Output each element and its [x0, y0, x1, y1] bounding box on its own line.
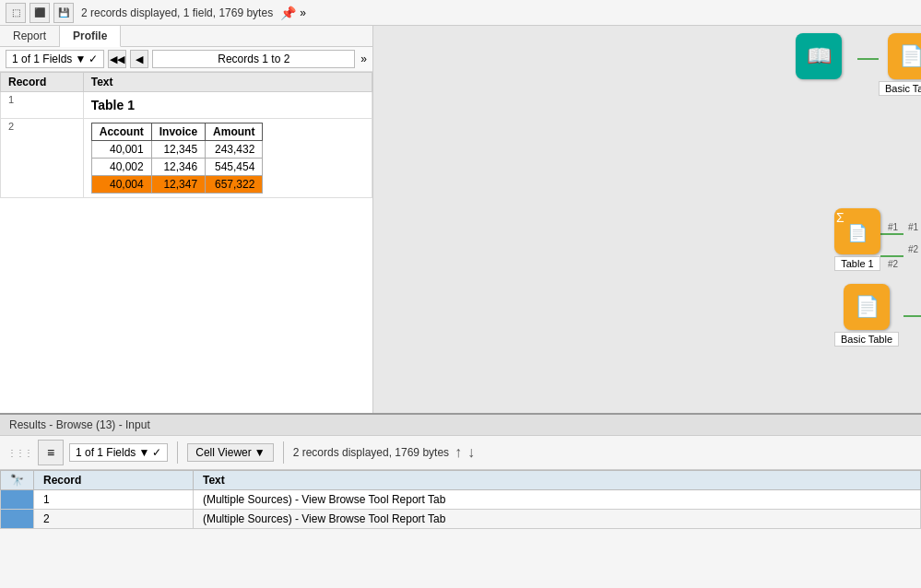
left-panel: Report Profile 1 of 1 Fields ▼ ✓ ◀◀ ◀ Re…: [0, 26, 373, 413]
amount-3: 657,322: [206, 176, 263, 194]
bottom-toolbar: ⋮⋮⋮ ≡ 1 of 1 Fields ▼ ✓ Cell Viewer ▼ 2 …: [0, 436, 921, 470]
bottom-status: 2 records displayed, 1769 bytes: [293, 446, 449, 459]
record-inner-table: Account Invoice Amount 40,001 12,345: [83, 119, 372, 198]
inner-col-amount: Amount: [206, 123, 263, 141]
inner-table-row[interactable]: 40,002 12,346 545,454: [91, 159, 263, 176]
fields-checkmark: ▼: [75, 53, 86, 65]
bottom-col-record: Record: [34, 471, 194, 490]
amount-1: 243,432: [206, 141, 263, 159]
table-title: Table 1: [91, 94, 364, 116]
bottom-table-row[interactable]: 2 (Multiple Sources) - View Browse Tool …: [1, 510, 921, 529]
more-btn[interactable]: »: [360, 53, 367, 65]
bottom-record-2: 2: [34, 510, 194, 529]
inner-col-invoice: Invoice: [151, 123, 205, 141]
right-canvas: #1 #2 #1 #2 📖: [373, 26, 921, 413]
record-num-2: 2: [1, 119, 84, 198]
account-1: 40,001: [91, 141, 151, 159]
bottom-fields-arrow: ▼: [138, 446, 149, 459]
node-book[interactable]: 📖: [796, 33, 842, 79]
canvas-inner: #1 #2 #1 #2 📖: [373, 26, 921, 413]
invoice-2: 12,346: [151, 159, 205, 176]
invoice-1: 12,345: [151, 141, 205, 159]
nav-prev-btn[interactable]: ◀: [130, 50, 148, 68]
fields-label: 1 of 1 Fields: [12, 53, 72, 65]
layout-icon-2[interactable]: ⬛: [30, 3, 50, 23]
layout-icon-3[interactable]: 💾: [53, 3, 74, 23]
bottom-text-2: (Multiple Sources) - View Browse Tool Re…: [193, 510, 920, 529]
node-basic-table-1[interactable]: 📄 Basic Table: [879, 33, 921, 96]
data-table-container: Record Text 1 Table 1 2: [0, 72, 372, 413]
layout-icon-1[interactable]: ⬚: [6, 3, 26, 23]
bottom-text-1: (Multiple Sources) - View Browse Tool Re…: [193, 490, 920, 510]
fields-dropdown[interactable]: 1 of 1 Fields ▼ ✓: [6, 50, 104, 68]
fields-check: ✓: [89, 53, 98, 65]
toolbar-more[interactable]: »: [300, 6, 306, 19]
bottom-header: Results - Browse (13) - Input: [0, 415, 921, 436]
svg-text:#1: #1: [908, 222, 919, 232]
node-sigma-table[interactable]: Σ 📄 Table 1: [834, 208, 880, 271]
table-row[interactable]: 2 Account Invoice Amount: [1, 119, 372, 198]
basic-table-1-label: Basic Table: [879, 81, 921, 96]
bottom-panel: Results - Browse (13) - Input ⋮⋮⋮ ≡ 1 of…: [0, 413, 921, 588]
invoice-3: 12,347: [151, 176, 205, 194]
bottom-table-row[interactable]: 1 (Multiple Sources) - View Browse Tool …: [1, 490, 921, 510]
drag-handle: ⋮⋮⋮: [7, 448, 32, 458]
port-label-b2: #2: [888, 259, 898, 269]
col-text: Text: [83, 73, 372, 92]
main-area: Report Profile 1 of 1 Fields ▼ ✓ ◀◀ ◀ Re…: [0, 26, 921, 413]
port-label-b1: #1: [888, 222, 898, 232]
cell-viewer-label: Cell Viewer: [195, 446, 251, 459]
separator-1: [177, 441, 178, 464]
amount-2: 545,454: [206, 159, 263, 176]
bottom-table-container: 🔭 Record Text 1 (Multiple Sources) - Vie…: [0, 470, 921, 588]
records-label: Records 1 to 2: [152, 50, 355, 68]
tab-profile[interactable]: Profile: [60, 26, 121, 47]
inner-col-account: Account: [91, 123, 151, 141]
bottom-fields-label: 1 of 1 Fields: [76, 446, 136, 459]
svg-text:#2: #2: [908, 244, 919, 254]
cell-viewer-btn[interactable]: Cell Viewer ▼: [187, 443, 273, 462]
record-num-1: 1: [1, 92, 84, 119]
nav-up-btn[interactable]: ↑: [455, 444, 462, 461]
record-text-1: Table 1: [83, 92, 372, 119]
fields-bar: 1 of 1 Fields ▼ ✓ ◀◀ ◀ Records 1 to 2 »: [0, 47, 372, 72]
cell-viewer-arrow: ▼: [254, 446, 266, 459]
basic-table-3-icon: 📄: [844, 284, 890, 330]
basic-table-1-icon: 📄: [888, 33, 921, 79]
top-toolbar: ⬚ ⬛ 💾 2 records displayed, 1 field, 1769…: [0, 0, 921, 26]
separator-2: [283, 441, 284, 464]
bottom-fields-check: ✓: [152, 446, 161, 459]
account-3: 40,004: [91, 176, 151, 194]
node-basic-table-3[interactable]: 📄 Basic Table: [834, 284, 899, 347]
inner-table: Account Invoice Amount 40,001 12,345: [91, 123, 264, 194]
basic-table-3-label: Basic Table: [834, 332, 899, 347]
tab-bar: Report Profile: [0, 26, 372, 47]
bottom-fields-icon[interactable]: ≡: [38, 440, 64, 465]
bottom-record-1: 1: [34, 490, 194, 510]
table-row[interactable]: 1 Table 1: [1, 92, 372, 119]
nav-first-btn[interactable]: ◀◀: [108, 50, 126, 68]
bottom-table: 🔭 Record Text 1 (Multiple Sources) - Vie…: [0, 470, 921, 529]
sigma-table-icon: Σ 📄: [834, 208, 880, 254]
bottom-fields-dropdown[interactable]: 1 of 1 Fields ▼ ✓: [69, 443, 168, 462]
col-record: Record: [1, 73, 84, 92]
inner-table-row[interactable]: 40,001 12,345 243,432: [91, 141, 263, 159]
bottom-binoculars-2: [1, 510, 34, 529]
tab-report[interactable]: Report: [0, 26, 60, 46]
book-icon: 📖: [796, 33, 842, 79]
inner-table-row-highlight[interactable]: 40,004 12,347 657,322: [91, 176, 263, 194]
toolbar-status: 2 records displayed, 1 field, 1769 bytes: [81, 6, 273, 19]
nav-down-btn[interactable]: ↓: [467, 444, 475, 461]
binoculars-col-header: 🔭: [1, 471, 34, 490]
bottom-binoculars-1: [1, 490, 34, 510]
pin-icon[interactable]: 📌: [280, 6, 296, 20]
bottom-col-text: Text: [193, 471, 920, 490]
sigma-table-label: Table 1: [834, 256, 880, 271]
data-table: Record Text 1 Table 1 2: [0, 72, 372, 198]
account-2: 40,002: [91, 159, 151, 176]
